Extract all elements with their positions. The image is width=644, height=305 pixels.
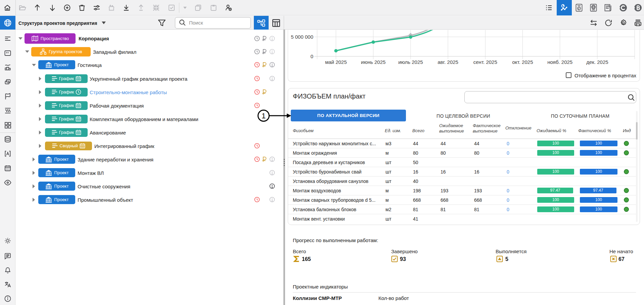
svg-text:нояб. 2025: нояб. 2025 <box>547 59 572 65</box>
svg-text:июнь 2025: июнь 2025 <box>361 59 385 65</box>
svg-text:май 2025: май 2025 <box>325 59 347 65</box>
svg-text:сент. 2025: сент. 2025 <box>473 59 497 65</box>
svg-text:авг. 2025: авг. 2025 <box>438 59 458 65</box>
svg-text:0: 0 <box>311 53 313 59</box>
svg-text:5 000 000: 5 000 000 <box>291 34 313 40</box>
svg-text:окт. 2025: окт. 2025 <box>512 59 533 65</box>
svg-text:1: 1 <box>262 112 266 120</box>
svg-text:дек. 2025: дек. 2025 <box>586 59 608 65</box>
svg-text:июль 2025: июль 2025 <box>398 59 423 65</box>
